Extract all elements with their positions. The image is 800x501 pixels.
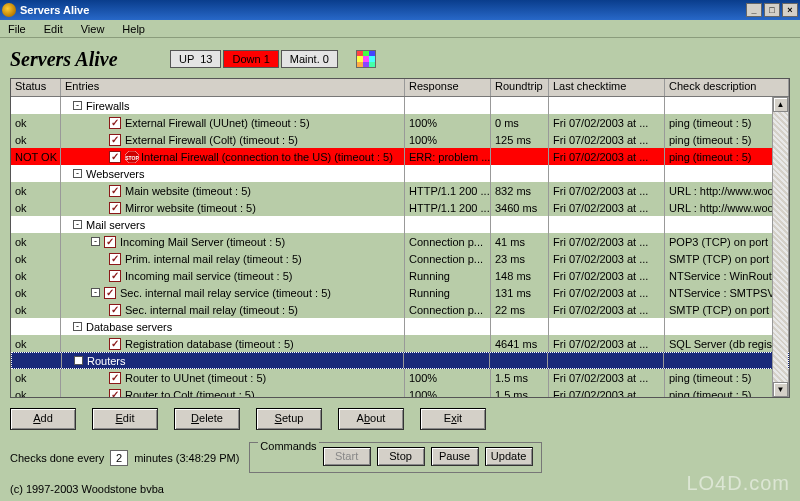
- server-row[interactable]: ok✓Mirror website (timeout : 5)HTTP/1.1 …: [11, 199, 789, 216]
- col-roundtrip[interactable]: Roundtrip: [491, 79, 549, 96]
- close-button[interactable]: ×: [782, 3, 798, 17]
- response-cell: Running: [405, 284, 491, 301]
- checktime-cell: Fri 07/02/2003 at ...: [549, 369, 665, 386]
- roundtrip-cell: [491, 318, 549, 335]
- checkbox-icon[interactable]: ✓: [109, 185, 121, 197]
- checkbox-icon[interactable]: ✓: [109, 338, 121, 350]
- menu-view[interactable]: View: [77, 22, 109, 36]
- interval-input[interactable]: [110, 450, 128, 466]
- server-row[interactable]: NOT OK✓STOPInternal Firewall (connection…: [11, 148, 789, 165]
- server-row[interactable]: ok✓Incoming mail service (timeout : 5)Ru…: [11, 267, 789, 284]
- checkbox-icon[interactable]: ✓: [104, 287, 116, 299]
- server-row[interactable]: ok✓Registration database (timeout : 5)46…: [11, 335, 789, 352]
- col-description[interactable]: Check description: [665, 79, 789, 96]
- roundtrip-cell: 23 ms: [491, 250, 549, 267]
- stop-button[interactable]: Stop: [377, 447, 425, 466]
- server-row[interactable]: ok✓External Firewall (UUnet) (timeout : …: [11, 114, 789, 131]
- entry-name: Mail servers: [86, 219, 145, 231]
- titlebar: Servers Alive _ □ ×: [0, 0, 800, 20]
- checkbox-icon[interactable]: ✓: [109, 117, 121, 129]
- status-cell: ok: [11, 182, 61, 199]
- expander-icon[interactable]: -: [74, 356, 83, 365]
- roundtrip-cell: 4641 ms: [491, 335, 549, 352]
- entry-name: Router to UUnet (timeout : 5): [125, 372, 266, 384]
- entry-cell: -Database servers: [61, 318, 405, 335]
- expander-icon[interactable]: -: [73, 322, 82, 331]
- status-cell: ok: [11, 131, 61, 148]
- checkbox-icon[interactable]: ✓: [104, 236, 116, 248]
- grid-body[interactable]: -Firewallsok✓External Firewall (UUnet) (…: [11, 97, 789, 397]
- minimize-button[interactable]: _: [746, 3, 762, 17]
- server-row[interactable]: ok✓External Firewall (Colt) (timeout : 5…: [11, 131, 789, 148]
- scrollbar[interactable]: ▲ ▼: [772, 97, 788, 397]
- server-row[interactable]: ok✓Main website (timeout : 5)HTTP/1.1 20…: [11, 182, 789, 199]
- group-row[interactable]: -Webservers: [11, 165, 789, 182]
- delete-button[interactable]: Delete: [174, 408, 240, 430]
- menubar: File Edit View Help: [0, 20, 800, 38]
- expander-icon[interactable]: -: [73, 101, 82, 110]
- pause-button[interactable]: Pause: [431, 447, 479, 466]
- server-row[interactable]: ok✓Prim. internal mail relay (timeout : …: [11, 250, 789, 267]
- roundtrip-cell: 148 ms: [491, 267, 549, 284]
- server-row[interactable]: ok✓Router to Colt (timeout : 5)100%1.5 m…: [11, 386, 789, 397]
- group-row[interactable]: -Mail servers: [11, 216, 789, 233]
- description-cell: POP3 (TCP) on port 11...: [665, 233, 789, 250]
- group-row[interactable]: -Routers: [11, 352, 789, 369]
- response-cell: Connection p...: [405, 301, 491, 318]
- expander-icon[interactable]: -: [91, 288, 100, 297]
- checkbox-icon[interactable]: ✓: [109, 372, 121, 384]
- checktime-cell: Fri 07/02/2003 at ...: [549, 148, 665, 165]
- group-row[interactable]: -Database servers: [11, 318, 789, 335]
- scroll-down-icon[interactable]: ▼: [773, 382, 788, 397]
- server-row[interactable]: ok✓Router to UUnet (timeout : 5)100%1.5 …: [11, 369, 789, 386]
- description-cell: ping (timeout : 5): [665, 131, 789, 148]
- start-button[interactable]: Start: [323, 447, 371, 466]
- description-cell: URL : http://www.woo...: [665, 199, 789, 216]
- description-cell: ping (timeout : 5): [665, 148, 789, 165]
- checkbox-icon[interactable]: ✓: [109, 134, 121, 146]
- expander-icon[interactable]: -: [73, 220, 82, 229]
- server-row[interactable]: ok-✓Sec. internal mail relay service (ti…: [11, 284, 789, 301]
- setup-button[interactable]: Setup: [256, 408, 322, 430]
- menu-edit[interactable]: Edit: [40, 22, 67, 36]
- edit-button[interactable]: Edit: [92, 408, 158, 430]
- col-status[interactable]: Status: [11, 79, 61, 96]
- col-checktime[interactable]: Last checktime: [549, 79, 665, 96]
- maximize-button[interactable]: □: [764, 3, 780, 17]
- checktime-cell: Fri 07/02/2003 at ...: [549, 199, 665, 216]
- server-row[interactable]: ok-✓Incoming Mail Server (timeout : 5)Co…: [11, 233, 789, 250]
- status-cell: ok: [11, 284, 61, 301]
- checktime-cell: Fri 07/02/2003 at ...: [549, 131, 665, 148]
- menu-file[interactable]: File: [4, 22, 30, 36]
- checktime-cell: [549, 165, 665, 182]
- checkbox-icon[interactable]: ✓: [109, 389, 121, 398]
- status-cell: ok: [11, 369, 61, 386]
- checktime-cell: Fri 07/02/2003 at ...: [549, 233, 665, 250]
- group-row[interactable]: -Firewalls: [11, 97, 789, 114]
- exit-button[interactable]: Exit: [420, 408, 486, 430]
- checkbox-icon[interactable]: ✓: [109, 253, 121, 265]
- checkbox-icon[interactable]: ✓: [109, 270, 121, 282]
- checkbox-icon[interactable]: ✓: [109, 304, 121, 316]
- col-entries[interactable]: Entries: [61, 79, 405, 96]
- add-button[interactable]: Add: [10, 408, 76, 430]
- entry-cell: ✓External Firewall (UUnet) (timeout : 5): [61, 114, 405, 131]
- description-cell: [665, 318, 789, 335]
- color-grid-icon[interactable]: [356, 50, 376, 68]
- checkbox-icon[interactable]: ✓: [109, 202, 121, 214]
- menu-help[interactable]: Help: [118, 22, 149, 36]
- update-button[interactable]: Update: [485, 447, 533, 466]
- entry-name: External Firewall (UUnet) (timeout : 5): [125, 117, 310, 129]
- checkbox-icon[interactable]: ✓: [109, 151, 121, 163]
- expander-icon[interactable]: -: [73, 169, 82, 178]
- entry-cell: ✓Main website (timeout : 5): [61, 182, 405, 199]
- checktime-cell: Fri 07/02/2003 at ...: [549, 267, 665, 284]
- about-button[interactable]: About: [338, 408, 404, 430]
- roundtrip-cell: 3460 ms: [491, 199, 549, 216]
- copyright: (c) 1997-2003 Woodstone bvba: [10, 483, 790, 495]
- expander-icon[interactable]: -: [91, 237, 100, 246]
- server-row[interactable]: ok✓Sec. internal mail relay (timeout : 5…: [11, 301, 789, 318]
- response-cell: 100%: [405, 114, 491, 131]
- scroll-up-icon[interactable]: ▲: [773, 97, 788, 112]
- col-response[interactable]: Response: [405, 79, 491, 96]
